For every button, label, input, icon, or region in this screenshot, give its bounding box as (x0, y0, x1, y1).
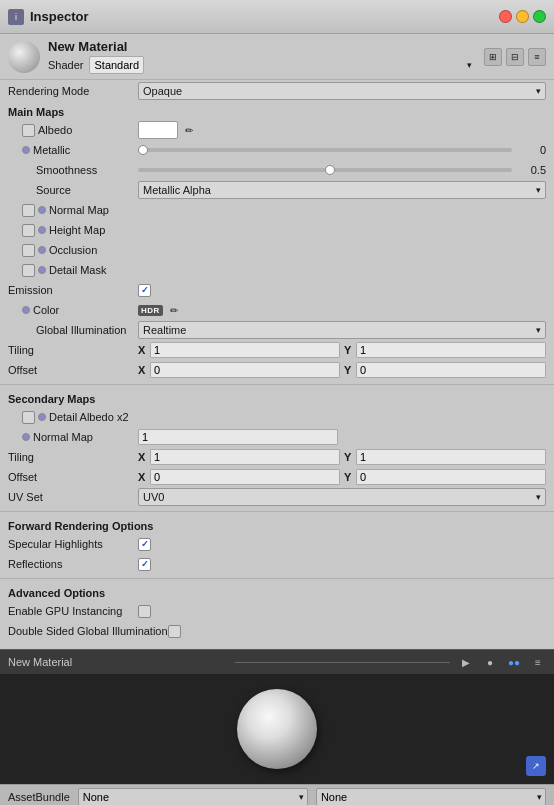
inspector-icon: i (8, 9, 24, 25)
sec-tiling-label: Tiling (8, 451, 138, 463)
global-illum-dropdown[interactable]: Realtime (138, 321, 546, 339)
main-tiling-y-input[interactable] (356, 342, 546, 358)
assetbundle-select1[interactable]: None (78, 788, 308, 806)
main-offset-value: X Y (138, 362, 546, 378)
sec-offset-y-input[interactable] (356, 469, 546, 485)
occlusion-dot[interactable] (38, 246, 46, 254)
metallic-dot[interactable] (22, 146, 30, 154)
main-tiling-label: Tiling (8, 344, 138, 356)
normal-map-checkbox[interactable] (22, 204, 35, 217)
occlusion-row: Occlusion (0, 240, 554, 260)
global-illum-row: Global Illumination Realtime (0, 320, 554, 340)
advanced-options-header: Advanced Options (0, 583, 554, 601)
normal-map-dot[interactable] (38, 206, 46, 214)
smoothness-number: 0.5 (516, 164, 546, 176)
main-tiling-value: X Y (138, 342, 546, 358)
specular-row: Specular Highlights (0, 534, 554, 554)
object-name: New Material (48, 39, 476, 54)
maximize-button[interactable] (533, 10, 546, 23)
sec-tiling-x-field: X (138, 449, 340, 465)
source-label: Source (8, 184, 138, 196)
height-map-checkbox[interactable] (22, 224, 35, 237)
inspector-window: i Inspector New Material Shader Standard… (0, 0, 554, 805)
menu-icon[interactable]: ≡ (528, 48, 546, 66)
smoothness-slider[interactable] (138, 168, 512, 172)
detail-mask-checkbox[interactable] (22, 264, 35, 277)
albedo-edit-icon[interactable]: ✏ (182, 123, 196, 137)
reflections-value (138, 558, 546, 571)
albedo-row: Albedo ✏ (0, 120, 554, 140)
preview-dot1-btn[interactable]: ● (482, 654, 498, 670)
preview-title: New Material (8, 656, 223, 668)
detail-albedo-label-wrap: Detail Albedo x2 (8, 411, 138, 424)
color-edit-icon[interactable]: ✏ (167, 303, 181, 317)
sec-offset-x-input[interactable] (150, 469, 340, 485)
sec-normal-map-input[interactable] (138, 429, 338, 445)
forward-rendering-header: Forward Rendering Options (0, 516, 554, 534)
close-button[interactable] (499, 10, 512, 23)
object-header-icons: ⊞ ⊟ ≡ (484, 48, 546, 66)
color-row: Color HDR ✏ (0, 300, 554, 320)
minimize-button[interactable] (516, 10, 529, 23)
main-offset-y-field: Y (344, 362, 546, 378)
layout-icon[interactable]: ⊞ (484, 48, 502, 66)
albedo-checkbox[interactable] (22, 124, 35, 137)
metallic-slider-thumb (138, 145, 148, 155)
preview-play-btn[interactable]: ▶ (458, 654, 474, 670)
main-offset-x-field: X (138, 362, 340, 378)
main-offset-x-input[interactable] (150, 362, 340, 378)
gpu-instancing-checkbox[interactable] (138, 605, 151, 618)
preview-dot2-btn[interactable]: ●● (506, 654, 522, 670)
title-bar: i Inspector (0, 0, 554, 34)
sec-normal-map-label-wrap: Normal Map (8, 431, 138, 443)
main-offset-label: Offset (8, 364, 138, 376)
color-dot[interactable] (22, 306, 30, 314)
sec-tiling-y-input[interactable] (356, 449, 546, 465)
reflections-checkbox[interactable] (138, 558, 151, 571)
expand-icon[interactable]: ⊟ (506, 48, 524, 66)
preview-body: ↗ (0, 674, 554, 784)
main-offset-y-input[interactable] (356, 362, 546, 378)
double-sided-gi-checkbox[interactable] (168, 625, 181, 638)
uv-set-label: UV Set (8, 491, 138, 503)
main-offset-row: Offset X Y (0, 360, 554, 380)
assetbundle-select2[interactable]: None (316, 788, 546, 806)
specular-checkbox[interactable] (138, 538, 151, 551)
sec-normal-map-dot[interactable] (22, 433, 30, 441)
rendering-mode-dropdown[interactable]: Opaque (138, 82, 546, 100)
object-header: New Material Shader Standard ⊞ ⊟ ≡ (0, 34, 554, 80)
albedo-color-swatch[interactable] (138, 121, 178, 139)
sec-tiling-value: X Y (138, 449, 546, 465)
assetbundle-select1-wrap: None (78, 788, 308, 806)
preview-separator (235, 662, 450, 663)
sec-offset-x-field: X (138, 469, 340, 485)
detail-albedo-dot[interactable] (38, 413, 46, 421)
emission-checkbox[interactable] (138, 284, 151, 297)
gpu-instancing-label: Enable GPU Instancing (8, 605, 138, 617)
gpu-instancing-row: Enable GPU Instancing (0, 601, 554, 621)
properties-scroll-area[interactable]: Rendering Mode Opaque Main Maps Albedo ✏ (0, 80, 554, 649)
preview-menu-btn[interactable]: ≡ (530, 654, 546, 670)
sec-tiling-x-input[interactable] (150, 449, 340, 465)
height-map-dot[interactable] (38, 226, 46, 234)
occlusion-checkbox[interactable] (22, 244, 35, 257)
source-dropdown[interactable]: Metallic Alpha (138, 181, 546, 199)
divider-2 (0, 511, 554, 512)
specular-label: Specular Highlights (8, 538, 138, 550)
main-tiling-x-label: X (138, 344, 148, 356)
metallic-slider[interactable] (138, 148, 512, 152)
specular-value (138, 538, 546, 551)
assetbundle-bar: AssetBundle None None (0, 784, 554, 805)
source-value: Metallic Alpha (138, 181, 546, 199)
main-tiling-x-field: X (138, 342, 340, 358)
rendering-mode-row: Rendering Mode Opaque (0, 80, 554, 102)
detail-albedo-checkbox[interactable] (22, 411, 35, 424)
detail-mask-dot[interactable] (38, 266, 46, 274)
uv-set-dropdown[interactable]: UV0 (138, 488, 546, 506)
main-tiling-y-label: Y (344, 344, 354, 356)
main-tiling-x-input[interactable] (150, 342, 340, 358)
shader-select[interactable]: Standard (89, 56, 144, 74)
global-illum-label: Global Illumination (8, 324, 138, 336)
preview-corner-button[interactable]: ↗ (526, 756, 546, 776)
albedo-label: Albedo (38, 124, 72, 136)
